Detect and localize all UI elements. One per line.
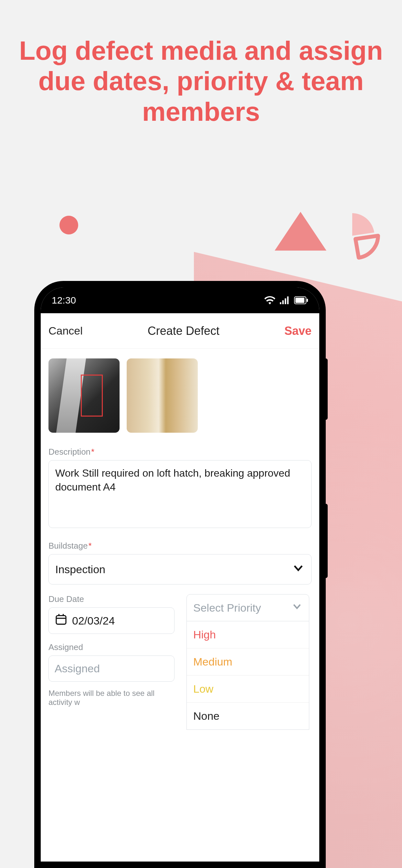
svg-rect-1 <box>282 300 284 304</box>
media-thumbnail[interactable] <box>49 359 120 433</box>
priority-dropdown: Select Priority High Medium Low None <box>186 594 309 730</box>
description-label: Description* <box>49 447 312 457</box>
decorative-triangle-icon <box>275 212 326 251</box>
priority-placeholder: Select Priority <box>193 601 261 614</box>
decorative-pie-icon <box>326 210 391 276</box>
form-content: Description* Work Still required on loft… <box>41 349 319 730</box>
priority-option-medium[interactable]: Medium <box>187 648 309 676</box>
due-date-input[interactable]: 02/03/24 <box>49 608 174 634</box>
svg-rect-7 <box>56 616 66 624</box>
status-time: 12:30 <box>52 295 76 306</box>
phone-screen: 12:30 Cancel Create Defect Save <box>41 287 319 862</box>
media-thumbnail[interactable] <box>127 359 198 433</box>
required-asterisk-icon: * <box>88 541 91 551</box>
phone-frame: 12:30 Cancel Create Defect Save <box>34 281 326 868</box>
chevron-down-icon <box>291 601 303 615</box>
members-hint: Members will be able to see all activity… <box>49 689 174 707</box>
priority-option-none[interactable]: None <box>187 703 309 730</box>
due-date-value: 02/03/24 <box>72 615 115 627</box>
buildstage-select[interactable]: Inspection <box>49 554 312 585</box>
battery-icon <box>294 297 308 304</box>
label-text: Due Date <box>49 594 84 604</box>
label-text: Description <box>49 447 90 457</box>
svg-rect-6 <box>307 299 308 302</box>
label-text: Assigned <box>49 642 83 652</box>
due-date-label: Due Date <box>49 594 174 604</box>
chevron-down-icon <box>292 562 305 577</box>
priority-option-high[interactable]: High <box>187 621 309 648</box>
save-button[interactable]: Save <box>284 324 312 338</box>
calendar-icon <box>55 613 67 628</box>
wifi-icon <box>264 296 275 305</box>
decorative-dot-icon <box>59 216 78 235</box>
svg-rect-5 <box>295 298 305 303</box>
media-thumbnails <box>49 359 312 433</box>
priority-select[interactable]: Select Priority <box>186 594 309 621</box>
status-bar: 12:30 <box>41 287 319 313</box>
app-header: Cancel Create Defect Save <box>41 313 319 349</box>
marketing-headline: Log defect media and assign due dates, p… <box>0 35 402 127</box>
buildstage-label: Buildstage* <box>49 541 312 551</box>
annotation-box-icon <box>81 375 103 416</box>
svg-rect-2 <box>285 299 286 304</box>
svg-rect-0 <box>280 302 282 304</box>
cancel-button[interactable]: Cancel <box>49 324 83 337</box>
priority-menu: High Medium Low None <box>186 621 309 730</box>
label-text: Buildstage <box>49 541 88 551</box>
assigned-label: Assigned <box>49 642 174 652</box>
assigned-input[interactable]: Assigned <box>49 655 174 682</box>
page-title: Create Defect <box>148 324 220 338</box>
buildstage-value: Inspection <box>55 563 105 576</box>
description-input[interactable]: Work Still required on loft hatch, break… <box>49 460 312 528</box>
svg-rect-3 <box>287 297 289 304</box>
required-asterisk-icon: * <box>91 447 94 457</box>
priority-option-low[interactable]: Low <box>187 676 309 703</box>
status-icons <box>264 296 308 305</box>
signal-icon <box>280 296 290 305</box>
